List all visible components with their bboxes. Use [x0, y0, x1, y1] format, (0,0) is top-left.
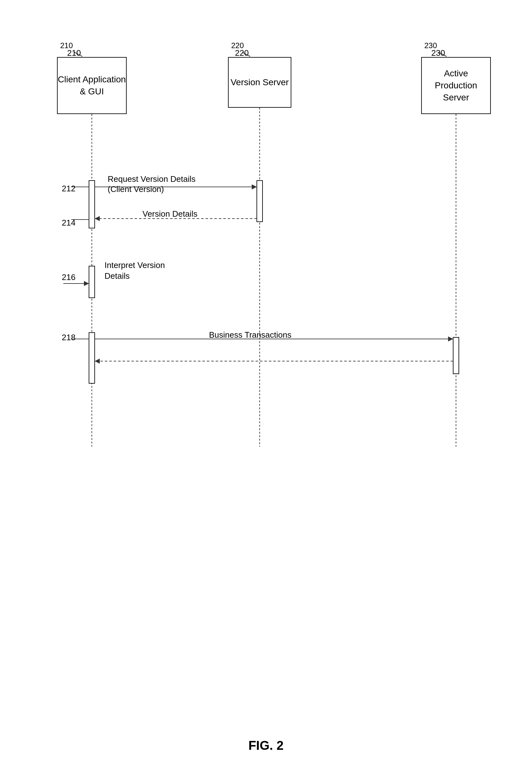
msg-212-line2: (Client Version) [108, 184, 164, 194]
svg-rect-7 [453, 337, 459, 374]
svg-rect-5 [89, 266, 95, 298]
msg-218: Business Transactions [209, 330, 291, 340]
ref-212: 212 [62, 184, 75, 193]
msg-212-line1: Request Version Details [108, 174, 195, 184]
svg-rect-3 [89, 180, 95, 228]
ref-218: 218 [62, 333, 75, 342]
ref-220: 220 [235, 48, 249, 58]
svg-marker-11 [95, 216, 100, 221]
svg-rect-6 [89, 333, 95, 383]
svg-marker-9 [252, 184, 257, 189]
actor-box-version: Version Server [228, 57, 291, 108]
msg-214: Version Details [143, 209, 197, 219]
actor-box-production: Active Production Server [421, 57, 491, 114]
msg-216-line1: Interpret Version [104, 260, 165, 270]
ref-230: 230 [431, 48, 445, 58]
msg-216-line2: Details [104, 271, 129, 281]
ref-210: 210 [67, 48, 81, 58]
figure-caption: FIG. 2 [0, 738, 532, 753]
ref-214: 214 [62, 218, 75, 228]
ref-216: 216 [62, 273, 75, 282]
svg-marker-17 [95, 359, 100, 364]
svg-marker-15 [448, 336, 453, 341]
svg-rect-4 [257, 180, 263, 222]
svg-marker-13 [84, 281, 89, 286]
actor-box-client: Client Application & GUI [57, 57, 127, 114]
